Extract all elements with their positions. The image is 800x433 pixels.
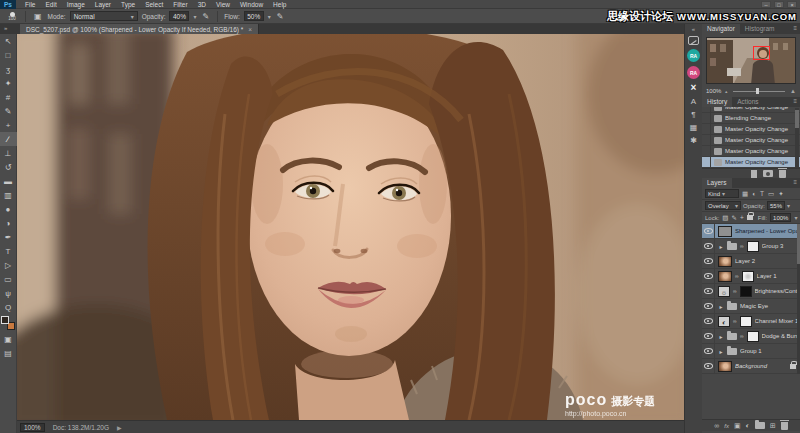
history-source-checkbox[interactable] (702, 135, 711, 146)
layer-row-magic-eye[interactable]: ▸ Magic Eye (702, 299, 800, 314)
opacity-input[interactable]: 40% (169, 11, 189, 21)
menu-window[interactable]: Window (235, 0, 268, 9)
layer-visibility-toggle[interactable] (702, 224, 715, 239)
layer-row-sharpened[interactable]: Sharpened - Lower Opacity ... (702, 224, 800, 239)
new-group-icon[interactable] (755, 422, 765, 429)
airbrush-toggle-icon[interactable]: ✎ (275, 12, 286, 21)
layer-thumbnail[interactable] (718, 271, 732, 282)
zoom-tool[interactable]: Q (0, 300, 17, 314)
layer-blend-mode-select[interactable]: Overlay ▾ (705, 201, 741, 210)
paragraph-panel-icon[interactable]: ¶ (691, 110, 695, 119)
navigator-zoom-slider[interactable] (731, 87, 787, 95)
layer-visibility-toggle[interactable] (702, 359, 715, 374)
layer-thumbnail[interactable] (718, 256, 732, 267)
menu-layer[interactable]: Layer (90, 0, 116, 9)
opacity-dropdown-icon[interactable]: ▾ (787, 202, 790, 209)
lock-transparency-icon[interactable]: ▨ (722, 214, 728, 222)
hand-tool[interactable]: ψ (0, 286, 17, 300)
opacity-dropdown-icon[interactable]: ▾ (193, 13, 196, 20)
navigator-thumbnail[interactable] (706, 37, 796, 84)
quick-selection-tool[interactable]: ✦ (0, 76, 17, 90)
layer-opacity-input[interactable]: 55% (767, 201, 785, 210)
document-tab[interactable]: DSC_5207.psd @ 100% (Sharpened - Lower O… (20, 24, 259, 34)
layer-visibility-toggle[interactable] (702, 329, 715, 344)
layer-mask-thumbnail[interactable] (747, 241, 759, 252)
group-expand-icon[interactable]: ▸ (718, 333, 724, 340)
layer-filter-select[interactable]: Kind ▾ (705, 189, 739, 198)
extras-panel-icon[interactable]: ✱ (690, 136, 697, 145)
layer-visibility-toggle[interactable] (702, 254, 715, 269)
layer-row-brightness[interactable]: ☼ ∞ Brightness/Contr... (702, 284, 800, 299)
lock-all-icon[interactable] (747, 215, 753, 220)
brush-preset-picker[interactable]: 100 (5, 12, 19, 21)
layer-row-group1[interactable]: ▸ Group 1 (702, 344, 800, 359)
history-state[interactable]: Blending Change (702, 113, 800, 124)
navigator-proxy-view-box[interactable] (753, 46, 770, 60)
lock-pixels-icon[interactable]: ✎ (732, 214, 737, 222)
history-state[interactable]: Master Opacity Change (702, 135, 800, 146)
plugin-panel-icon-pink[interactable]: RA (687, 66, 700, 79)
marquee-tool[interactable]: □ (0, 48, 17, 62)
flow-dropdown-icon[interactable]: ▾ (268, 13, 271, 20)
toolbar-collapse-icon[interactable]: » (4, 25, 7, 31)
zoom-level-input[interactable]: 100% (20, 423, 45, 432)
menu-select[interactable]: Select (140, 0, 168, 9)
layer-row-dodge-burn[interactable]: ▸ ∞ Dodge & Burn (702, 329, 800, 344)
clone-stamp-tool[interactable]: ⊥ (0, 146, 17, 160)
history-state[interactable]: Master Opacity Change (702, 146, 800, 157)
panel-menu-icon[interactable]: ≡ (793, 179, 797, 185)
panel-menu-icon[interactable]: ≡ (793, 98, 797, 104)
layer-mask-thumbnail[interactable] (747, 331, 759, 342)
lasso-tool[interactable]: ʒ (0, 62, 17, 76)
history-source-checkbox[interactable] (702, 124, 711, 135)
blend-mode-select[interactable]: Normal ▾ (70, 11, 138, 21)
layer-row-group3[interactable]: ▸ ∞ Group 3 (702, 239, 800, 254)
layer-visibility-toggle[interactable] (702, 299, 715, 314)
lock-position-icon[interactable]: + (740, 214, 744, 221)
tab-layers[interactable]: Layers (702, 178, 732, 188)
layer-fill-input[interactable]: 100% (770, 213, 791, 222)
adjustment-layer-icon[interactable]: ☼ (718, 286, 730, 297)
gradient-tool[interactable]: ▥ (0, 188, 17, 202)
clone-source-panel-icon[interactable] (688, 36, 699, 45)
filter-type-layers-icon[interactable]: T (759, 190, 765, 197)
group-expand-icon[interactable]: ▸ (718, 348, 724, 355)
tab-history[interactable]: History (702, 97, 732, 107)
menu-filter[interactable]: Filter (168, 0, 192, 9)
history-source-checkbox[interactable] (702, 157, 711, 168)
minimize-button[interactable]: – (761, 1, 771, 8)
close-button[interactable]: × (787, 1, 797, 8)
layer-row-layer1[interactable]: ∞ Layer 1 (702, 269, 800, 284)
fill-dropdown-icon[interactable]: ▾ (794, 214, 797, 221)
tab-actions[interactable]: Actions (732, 97, 763, 107)
pressure-opacity-icon[interactable]: ✎ (201, 12, 212, 21)
new-layer-icon[interactable]: ⊞ (770, 422, 776, 430)
menu-edit[interactable]: Edit (40, 0, 61, 9)
layer-visibility-toggle[interactable] (702, 314, 715, 329)
filter-adjustment-layers-icon[interactable]: ◐ (751, 190, 757, 197)
layer-thumbnail[interactable] (718, 361, 732, 372)
eyedropper-tool[interactable]: ✎ (0, 104, 17, 118)
layer-mask-thumbnail[interactable] (740, 286, 752, 297)
eraser-tool[interactable]: ▬ (0, 174, 17, 188)
link-layers-icon[interactable]: ∞ (714, 422, 719, 429)
crop-tool[interactable]: # (0, 90, 17, 104)
delete-state-icon[interactable] (779, 170, 786, 178)
flow-input[interactable]: 50% (244, 11, 264, 21)
timeline-panel-icon[interactable]: ▦ (690, 123, 698, 132)
restore-button[interactable]: □ (774, 1, 784, 8)
type-tool[interactable]: T (0, 244, 17, 258)
zoom-out-mountain-icon[interactable]: ▲ (724, 89, 728, 94)
delete-layer-icon[interactable] (781, 422, 788, 430)
menu-type[interactable]: Type (116, 0, 140, 9)
character-panel-icon[interactable]: A (691, 97, 696, 106)
shape-tool[interactable]: ▭ (0, 272, 17, 286)
status-flyout-icon[interactable]: ▶ (117, 424, 122, 431)
new-document-from-state-icon[interactable] (751, 170, 757, 178)
dock-collapse-icon[interactable]: « (692, 26, 695, 32)
panel-menu-icon[interactable]: ≡ (793, 25, 797, 31)
layer-row-channel-mixer[interactable]: ◐ ∞ Channel Mixer 1 (702, 314, 800, 329)
screen-mode-button[interactable]: ▤ (0, 346, 17, 360)
layer-visibility-toggle[interactable] (702, 239, 715, 254)
tab-histogram[interactable]: Histogram (740, 24, 780, 34)
